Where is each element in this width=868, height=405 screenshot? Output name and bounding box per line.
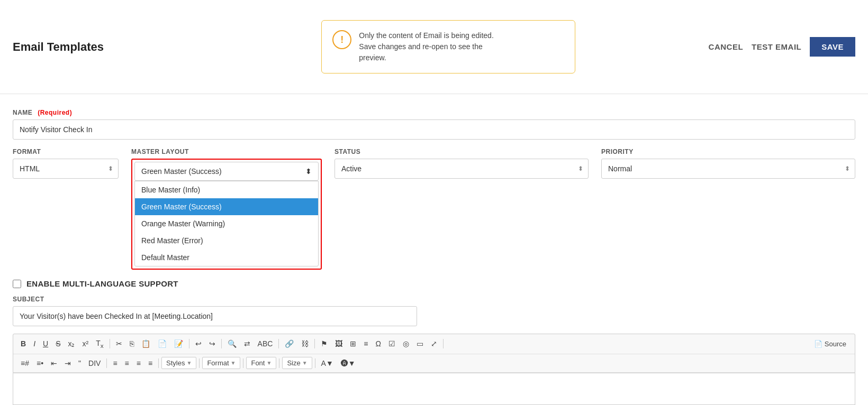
superscript-button[interactable]: x² <box>79 337 92 350</box>
priority-select[interactable]: Normal High Low <box>601 159 855 179</box>
priority-col: PRIORITY Normal High Low ⬍ <box>601 148 855 179</box>
ordered-list-button[interactable]: ≡# <box>17 357 32 370</box>
multi-language-checkbox[interactable] <box>13 280 21 288</box>
box-btn[interactable]: ▭ <box>413 337 427 350</box>
status-select[interactable]: Active Inactive <box>334 159 589 179</box>
toolbar-sep-9 <box>199 358 200 368</box>
subject-input[interactable] <box>13 306 417 326</box>
multi-language-row: ENABLE MULTI-LANGUAGE SUPPORT <box>13 279 855 288</box>
toolbar-sep-2 <box>189 339 189 348</box>
paste-text-button[interactable]: 📄 <box>155 337 170 350</box>
priority-select-wrapper: Normal High Low ⬍ <box>601 159 855 179</box>
subject-label: SUBJECT <box>13 296 855 303</box>
toolbar-sep-12 <box>315 358 315 368</box>
test-email-button[interactable]: TEST EMAIL <box>752 42 801 51</box>
table-button[interactable]: ⊞ <box>347 337 359 350</box>
source-button[interactable]: 📄 Source <box>810 338 851 350</box>
form-area: NAME (Required) FORMAT HTML Plain Text ⬍… <box>0 94 868 405</box>
copy-button[interactable]: ⎘ <box>126 337 137 350</box>
redo-button[interactable]: ↪ <box>206 337 219 350</box>
master-layout-col: MASTER LAYOUT Green Master (Success) ⬍ B… <box>131 148 322 270</box>
format-arrow: ▼ <box>231 360 236 366</box>
maximize-button[interactable]: ⤢ <box>428 337 440 350</box>
paste-word-button[interactable]: 📝 <box>171 337 186 350</box>
cut-button[interactable]: ✂ <box>113 337 125 350</box>
div-button[interactable]: DIV <box>85 357 104 370</box>
styles-arrow: ▼ <box>186 360 192 366</box>
blockquote-button[interactable]: " <box>75 357 84 370</box>
save-button[interactable]: SAVE <box>810 37 855 57</box>
flag-button[interactable]: ⚑ <box>318 337 331 350</box>
master-layout-label: MASTER LAYOUT <box>131 148 322 155</box>
align-left-button[interactable]: ≡ <box>110 357 120 370</box>
unordered-list-button[interactable]: ≡• <box>33 357 47 370</box>
toolbar-sep-3 <box>221 339 222 348</box>
fields-row: FORMAT HTML Plain Text ⬍ MASTER LAYOUT G… <box>13 148 855 270</box>
find-button[interactable]: 🔍 <box>224 337 240 350</box>
warning-icon: ! <box>332 30 351 49</box>
unlink-button[interactable]: ⛓ <box>298 337 312 350</box>
strikethrough-button[interactable]: S <box>52 337 64 350</box>
format-col: FORMAT HTML Plain Text ⬍ <box>13 148 119 179</box>
toolbar-sep-11 <box>279 358 279 368</box>
image-button[interactable]: 🖼 <box>332 337 346 350</box>
align-button[interactable]: ≡ <box>360 337 371 350</box>
master-layout-dropdown: Blue Master (Info) Green Master (Success… <box>134 181 319 266</box>
dropdown-item-default[interactable]: Default Master <box>135 249 318 266</box>
special-char-button[interactable]: Ω <box>373 337 384 350</box>
outdent-button[interactable]: ⇤ <box>48 357 60 370</box>
toolbar-row-2: ≡# ≡• ⇤ ⇥ " DIV ≡ ≡ ≡ ≡ Styles ▼ Format … <box>13 354 855 373</box>
master-layout-border: Green Master (Success) ⬍ Blue Master (In… <box>131 159 322 270</box>
format-select[interactable]: HTML Plain Text <box>13 159 119 179</box>
status-select-wrapper: Active Inactive ⬍ <box>334 159 589 179</box>
name-label: NAME (Required) <box>13 109 855 116</box>
undo-button[interactable]: ↩ <box>192 337 205 350</box>
font-color-button[interactable]: A▼ <box>318 357 337 370</box>
font-dropdown[interactable]: Font ▼ <box>246 357 276 369</box>
notification-box: ! Only the content of Email is being edi… <box>321 20 575 73</box>
toolbar-sep-1 <box>110 339 110 348</box>
source-icon: 📄 <box>814 340 822 348</box>
toolbar-row-1: B I U S x₂ x² Tx ✂ ⎘ 📋 📄 📝 ↩ ↪ 🔍 ⇄ ABC 🔗… <box>13 334 855 354</box>
size-dropdown[interactable]: Size ▼ <box>282 357 312 369</box>
bg-color-button[interactable]: 🅐▼ <box>338 357 359 370</box>
paste-button[interactable]: 📋 <box>138 337 153 350</box>
remove-format-button[interactable]: Tx <box>93 337 106 351</box>
replace-button[interactable]: ⇄ <box>241 337 254 350</box>
notification-text: Only the content of Email is being edite… <box>359 30 493 63</box>
dropdown-item-red[interactable]: Red Master (Error) <box>135 232 318 249</box>
cancel-button[interactable]: CANCEL <box>709 42 744 51</box>
size-arrow: ▼ <box>302 360 308 366</box>
link-button[interactable]: 🔗 <box>282 337 297 350</box>
dropdown-item-blue[interactable]: Blue Master (Info) <box>135 181 318 198</box>
editor-body[interactable] <box>13 373 855 405</box>
master-layout-selected[interactable]: Green Master (Success) ⬍ <box>134 162 319 181</box>
name-field-group: NAME (Required) <box>13 109 855 140</box>
subscript-button[interactable]: x₂ <box>65 337 78 350</box>
dropdown-item-orange[interactable]: Orange Master (Warning) <box>135 215 318 232</box>
toolbar-sep-5 <box>314 339 315 348</box>
header-actions: CANCEL TEST EMAIL SAVE <box>709 37 855 57</box>
align-right-button[interactable]: ≡ <box>133 357 144 370</box>
name-input[interactable] <box>13 119 855 140</box>
italic-button[interactable]: I <box>30 337 39 350</box>
format-dropdown[interactable]: Format ▼ <box>202 357 240 369</box>
indent-button[interactable]: ⇥ <box>61 357 74 370</box>
page-title: Email Templates <box>13 40 104 54</box>
checkbox-btn[interactable]: ☑ <box>385 337 399 350</box>
toolbar-sep-8 <box>158 358 159 368</box>
toolbar-sep-4 <box>278 339 279 348</box>
priority-label: PRIORITY <box>601 148 855 155</box>
radio-btn[interactable]: ◎ <box>400 337 412 350</box>
styles-dropdown[interactable]: Styles ▼ <box>161 357 196 369</box>
toolbar-sep-6 <box>443 339 444 348</box>
master-layout-arrow: ⬍ <box>305 167 312 176</box>
underline-button[interactable]: U <box>40 337 51 350</box>
status-col: STATUS Active Inactive ⬍ <box>334 148 589 179</box>
align-center-button[interactable]: ≡ <box>122 357 132 370</box>
align-justify-button[interactable]: ≡ <box>145 357 156 370</box>
spellcheck-button[interactable]: ABC <box>255 337 276 350</box>
font-arrow: ▼ <box>266 360 272 366</box>
dropdown-item-green[interactable]: Green Master (Success) <box>135 198 318 215</box>
bold-button[interactable]: B <box>17 337 29 350</box>
